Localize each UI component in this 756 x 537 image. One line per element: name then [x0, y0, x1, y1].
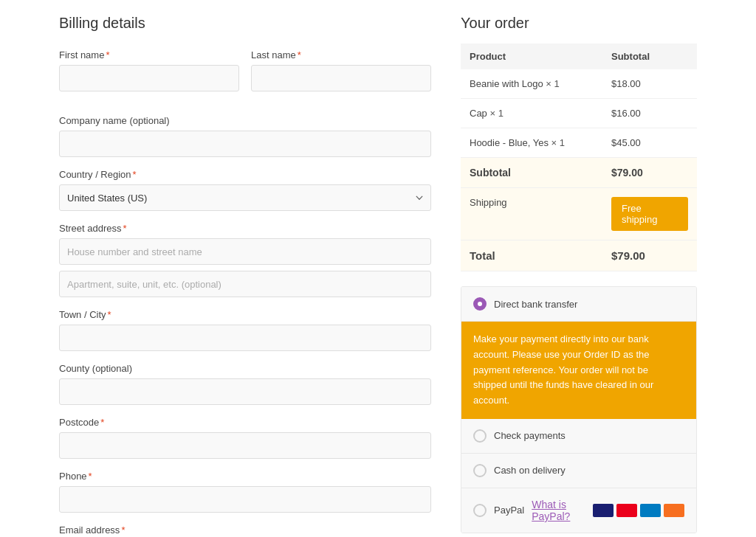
- company-name-input[interactable]: [59, 131, 431, 157]
- payment-methods: Direct bank transfer Make your payment d…: [461, 286, 697, 533]
- town-label: Town / City*: [59, 309, 431, 320]
- postcode-input[interactable]: [59, 432, 431, 459]
- country-select[interactable]: United States (US): [59, 184, 431, 211]
- subtotal-header: Subtotal: [602, 44, 697, 69]
- item-name: Hoodie - Blue, Yes × 1: [461, 128, 602, 158]
- visa-icon: [593, 504, 614, 517]
- table-row: Cap × 1 $16.00: [461, 99, 697, 128]
- first-name-input[interactable]: [59, 65, 239, 91]
- total-value: $79.00: [602, 240, 697, 271]
- street-input[interactable]: [59, 238, 431, 265]
- phone-label: Phone*: [59, 471, 431, 482]
- county-label: County (optional): [59, 363, 431, 374]
- paypal-card-icons: [593, 504, 684, 517]
- direct-bank-radio[interactable]: [473, 297, 487, 311]
- shipping-value: Free shipping: [602, 188, 697, 240]
- discover-icon: [664, 504, 684, 517]
- first-name-group: First name*: [59, 49, 239, 91]
- apt-input[interactable]: [59, 271, 431, 297]
- total-label: Total: [461, 240, 602, 271]
- town-group: Town / City*: [59, 309, 431, 351]
- phone-group: Phone*: [59, 471, 431, 513]
- email-group: Email address*: [59, 524, 431, 537]
- item-price: $45.00: [602, 128, 697, 158]
- country-label: Country / Region*: [59, 169, 431, 180]
- county-input[interactable]: [59, 378, 431, 405]
- first-name-label: First name*: [59, 49, 239, 60]
- last-name-input[interactable]: [251, 65, 431, 91]
- paypal-label: PayPal: [494, 505, 524, 516]
- check-label: Check payments: [494, 430, 566, 441]
- town-input[interactable]: [59, 325, 431, 351]
- street-address-group: Street address*: [59, 223, 431, 297]
- country-group: Country / Region* United States (US): [59, 169, 431, 211]
- payment-direct-bank[interactable]: Direct bank transfer: [461, 287, 696, 322]
- county-group: County (optional): [59, 363, 431, 405]
- phone-input[interactable]: [59, 486, 431, 513]
- paypal-what-link[interactable]: What is PayPal?: [532, 499, 585, 522]
- street-label: Street address*: [59, 223, 431, 234]
- order-table: Product Subtotal Beanie with Logo × 1 $1…: [461, 44, 697, 271]
- item-price: $16.00: [602, 99, 697, 128]
- item-name: Cap × 1: [461, 99, 602, 128]
- payment-cod[interactable]: Cash on delivery: [461, 454, 696, 488]
- free-shipping-badge: Free shipping: [611, 197, 688, 231]
- amex-icon: [640, 504, 661, 517]
- table-row: Beanie with Logo × 1 $18.00: [461, 69, 697, 99]
- company-name-group: Company name (optional): [59, 115, 431, 157]
- order-section: Your order Product Subtotal Beanie with …: [461, 15, 697, 537]
- item-price: $18.00: [602, 69, 697, 99]
- email-label: Email address*: [59, 524, 431, 536]
- postcode-label: Postcode*: [59, 417, 431, 428]
- direct-bank-info: Make your payment directly into our bank…: [461, 322, 696, 419]
- table-row: Hoodie - Blue, Yes × 1 $45.00: [461, 128, 697, 158]
- cod-label: Cash on delivery: [494, 465, 566, 476]
- billing-section: Billing details First name* Last name* C…: [59, 15, 431, 537]
- mastercard-icon: [616, 504, 637, 517]
- company-name-label: Company name (optional): [59, 115, 431, 126]
- payment-check[interactable]: Check payments: [461, 419, 696, 454]
- postcode-group: Postcode*: [59, 417, 431, 459]
- subtotal-label: Subtotal: [461, 158, 602, 188]
- shipping-label: Shipping: [461, 188, 602, 240]
- subtotal-value: $79.00: [602, 158, 697, 188]
- last-name-label: Last name*: [251, 49, 431, 60]
- item-name: Beanie with Logo × 1: [461, 69, 602, 99]
- billing-title: Billing details: [59, 15, 431, 32]
- direct-bank-label: Direct bank transfer: [494, 299, 577, 310]
- check-radio[interactable]: [473, 429, 487, 443]
- product-header: Product: [461, 44, 602, 69]
- payment-paypal[interactable]: PayPal What is PayPal?: [461, 488, 696, 533]
- last-name-group: Last name*: [251, 49, 431, 91]
- paypal-radio[interactable]: [473, 504, 487, 517]
- order-title: Your order: [461, 15, 697, 32]
- cod-radio[interactable]: [473, 464, 487, 477]
